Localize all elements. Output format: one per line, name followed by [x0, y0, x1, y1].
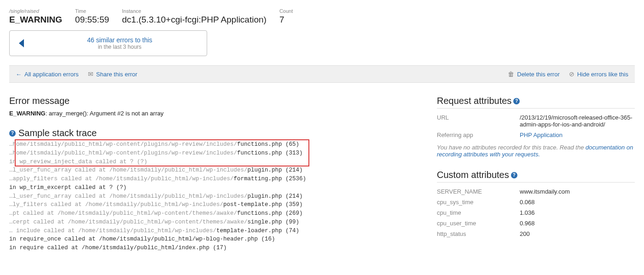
instance-value: dc1.(5.3.10+cgi-fcgi:PHP Application) — [122, 15, 267, 25]
attr-row: URL/2013/12/19/microsoft-released-office… — [437, 112, 635, 130]
share-link[interactable]: ✉Share this error — [88, 70, 138, 78]
similar-errors-box[interactable]: 46 similar errors to this in the last 3 … — [9, 30, 207, 56]
attributes-note: You have no attributes recorded for this… — [437, 144, 635, 158]
stack-line: in wp_review_inject_data called at ? (?) — [9, 158, 418, 166]
stack-line: …home/itsmdaily/public_html/wp-content/p… — [9, 149, 418, 158]
stack-trace-title: Sample stack trace — [18, 128, 97, 138]
stack-line: …apply_filters called at /home/itsmdaily… — [9, 175, 418, 183]
custom-attributes-title: Custom attributes? — [437, 170, 635, 183]
attr-key: URL — [437, 114, 520, 128]
attr-key: cpu_sys_time — [437, 199, 520, 206]
attr-row: cpu_time1.036 — [437, 207, 635, 218]
trash-icon: 🗑 — [508, 70, 514, 78]
stack-line: …ly_filters called at /home/itsmdaily/pu… — [9, 201, 418, 209]
svg-marker-0 — [19, 39, 24, 47]
attr-val: www.itsmdaily.com — [520, 188, 635, 195]
single-label: /single/raised — [9, 8, 62, 14]
attr-val: 0.068 — [520, 199, 635, 206]
attr-val: 0.968 — [520, 220, 635, 227]
time-value: 09:55:59 — [75, 15, 109, 25]
error-message: E_WARNING: array_merge(): Argument #2 is… — [9, 110, 418, 117]
stack-line: … include called at /home/itsmdaily/publ… — [9, 227, 418, 235]
help-icon[interactable]: ? — [513, 98, 520, 104]
attr-key: cpu_user_time — [437, 220, 520, 227]
stack-trace: …home/itsmdaily/public_html/wp-content/p… — [9, 140, 418, 252]
attr-key: SERVER_NAME — [437, 188, 520, 195]
attr-row: cpu_sys_time0.068 — [437, 197, 635, 207]
error-message-title: Error message — [9, 96, 418, 106]
request-attributes-title: Request attributes? — [437, 96, 635, 109]
stack-line: …l_user_func_array called at /home/itsmd… — [9, 192, 418, 201]
stack-line: …pt called at /home/itsmdaily/public_htm… — [9, 209, 418, 218]
similar-main: 46 similar errors to this — [33, 36, 207, 44]
stack-line: in require called at /home/itsmdaily/pub… — [9, 244, 418, 252]
attr-row: http_status200 — [437, 229, 635, 239]
error-type: E_WARNING — [9, 15, 62, 25]
attr-row: SERVER_NAMEwww.itsmdaily.com — [437, 186, 635, 197]
action-bar: ← All application errors ✉Share this err… — [9, 65, 635, 83]
stack-line: …home/itsmdaily/public_html/wp-content/p… — [9, 140, 418, 149]
instance-label: Instance — [122, 8, 267, 14]
attr-val: 1.036 — [520, 209, 635, 216]
share-icon: ✉ — [88, 70, 93, 78]
time-label: Time — [75, 8, 109, 14]
attr-val[interactable]: PHP Application — [520, 132, 635, 138]
stack-line: …l_user_func_array called at /home/itsmd… — [9, 166, 418, 175]
attr-row: cpu_user_time0.968 — [437, 218, 635, 229]
all-errors-link[interactable]: ← All application errors — [16, 71, 79, 78]
hide-icon: ⊘ — [569, 70, 574, 78]
stack-line: …cerpt called at /home/itsmdaily/public_… — [9, 218, 418, 227]
attr-key: Referring app — [437, 132, 520, 138]
help-icon[interactable]: ? — [9, 130, 16, 137]
attr-key: http_status — [437, 230, 520, 237]
stack-line: in require_once called at /home/itsmdail… — [9, 235, 418, 244]
count-value: 7 — [279, 15, 293, 25]
attr-val: 200 — [520, 230, 635, 237]
error-header: /single/raised E_WARNING Time 09:55:59 I… — [9, 8, 635, 25]
attr-val: /2013/12/19/microsoft-released-office-36… — [520, 114, 635, 128]
stack-line: in wp_trim_excerpt called at ? (?) — [9, 183, 418, 192]
delete-link[interactable]: 🗑Delete this error — [508, 70, 559, 78]
similar-sub: in the last 3 hours — [33, 44, 207, 50]
hide-link[interactable]: ⊘Hide errors like this — [569, 70, 628, 78]
back-arrow-icon — [10, 38, 33, 48]
attr-key: cpu_time — [437, 209, 520, 216]
attr-row: Referring appPHP Application — [437, 130, 635, 140]
help-icon[interactable]: ? — [511, 172, 517, 178]
count-label: Count — [279, 8, 293, 14]
